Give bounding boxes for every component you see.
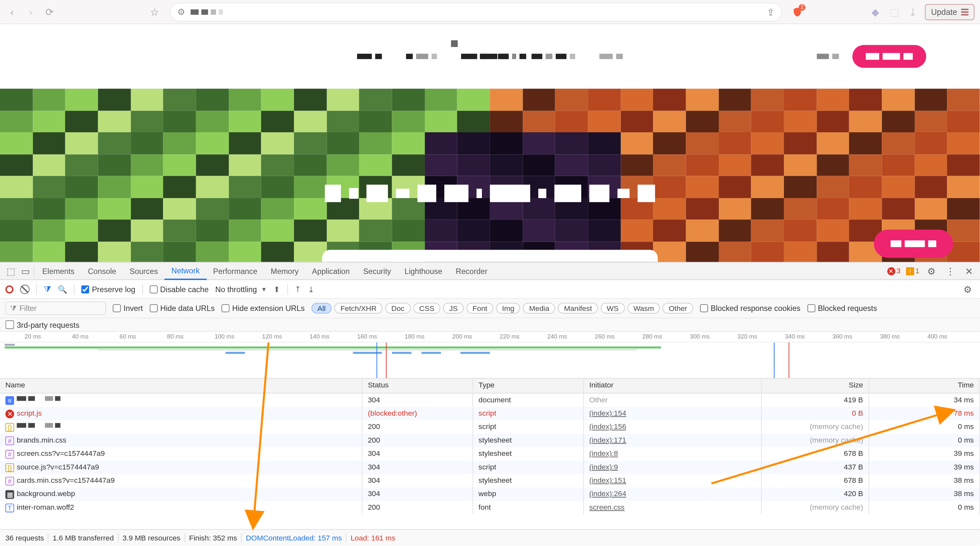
- brave-shield-icon[interactable]: 2: [791, 5, 804, 19]
- address-bar[interactable]: ⚙ ⇪: [170, 3, 781, 21]
- timeline-tick: 140 ms: [310, 333, 329, 340]
- tab-lighthouse[interactable]: Lighthouse: [398, 262, 449, 280]
- close-icon[interactable]: ✕: [963, 264, 976, 277]
- nav-item[interactable]: [599, 54, 622, 59]
- panel-settings-icon[interactable]: ⚙: [961, 282, 975, 296]
- nav-item[interactable]: [357, 54, 382, 59]
- nav-item[interactable]: [406, 54, 437, 59]
- table-row[interactable]: {} 200script(index):156(memory cache)0 m…: [0, 420, 980, 433]
- table-row[interactable]: ▦background.webp304webp(index):264420 B3…: [0, 488, 980, 501]
- filter-chip-js[interactable]: JS: [443, 303, 464, 314]
- timeline-tick: 380 ms: [880, 333, 900, 340]
- tab-elements[interactable]: Elements: [36, 262, 81, 280]
- invert-checkbox[interactable]: Invert: [113, 304, 143, 312]
- preserve-log-checkbox[interactable]: Preserve log: [81, 285, 135, 293]
- filter-chip-ws[interactable]: WS: [600, 303, 625, 314]
- table-header[interactable]: Name Status Type Initiator Size Time: [0, 379, 980, 393]
- timeline-tick: 280 ms: [642, 333, 662, 340]
- timeline-tick: 400 ms: [928, 333, 947, 340]
- filter-chip-doc[interactable]: Doc: [385, 303, 410, 314]
- timeline-tick: 100 ms: [215, 333, 234, 340]
- resource-icon: ≡: [5, 396, 14, 404]
- hide-data-urls-checkbox[interactable]: Hide data URLs: [150, 304, 215, 312]
- share-icon[interactable]: ⇪: [767, 6, 775, 17]
- filter-chip-wasm[interactable]: Wasm: [627, 303, 660, 314]
- tab-network[interactable]: Network: [165, 262, 207, 280]
- bookmark-icon[interactable]: ☆: [148, 5, 161, 19]
- reload-button[interactable]: ⟳: [43, 5, 56, 19]
- table-row[interactable]: ✕script.js(blocked:other)script(index):1…: [0, 407, 980, 420]
- url-text: [191, 9, 223, 14]
- upload-icon[interactable]: ⤒: [294, 284, 301, 294]
- extension-icon-2[interactable]: ⬚: [887, 5, 900, 19]
- warning-count[interactable]: !1: [906, 266, 920, 275]
- network-timeline[interactable]: 20 ms40 ms60 ms80 ms100 ms120 ms140 ms16…: [0, 332, 980, 379]
- filter-icon[interactable]: ⧩: [44, 284, 51, 294]
- download-icon[interactable]: ⤓: [308, 284, 315, 294]
- table-row[interactable]: #screen.css?v=c1574447a9304stylesheet(in…: [0, 447, 980, 460]
- table-row[interactable]: Tinter-roman.woff2200fontscreen.css(memo…: [0, 501, 980, 514]
- page-content: [0, 24, 980, 262]
- back-button[interactable]: ‹: [5, 5, 19, 19]
- network-table: Name Status Type Initiator Size Time ≡ 3…: [0, 379, 980, 529]
- disable-cache-checkbox[interactable]: Disable cache: [150, 285, 209, 293]
- throttling-select[interactable]: No throttling: [215, 285, 257, 293]
- shield-badge: 2: [799, 3, 806, 10]
- chevron-down-icon: ▼: [261, 286, 267, 293]
- tab-performance[interactable]: Performance: [207, 262, 264, 280]
- tab-sources[interactable]: Sources: [123, 262, 165, 280]
- filter-chip-fetchxhr[interactable]: Fetch/XHR: [334, 303, 383, 314]
- download-icon[interactable]: ⤓: [906, 5, 920, 19]
- filter-chip-all[interactable]: All: [312, 303, 332, 314]
- hero-search[interactable]: [322, 250, 658, 262]
- filter-chip-manifest[interactable]: Manifest: [558, 303, 598, 314]
- settings-icon[interactable]: ⚙: [925, 264, 938, 277]
- timeline-tick: 320 ms: [737, 333, 757, 340]
- filter-chip-media[interactable]: Media: [523, 303, 555, 314]
- network-status-bar: 36 requests 1.6 MB transferred 3.9 MB re…: [0, 529, 980, 545]
- filter-chip-font[interactable]: Font: [466, 303, 493, 314]
- resource-icon: {}: [5, 463, 14, 472]
- device-icon[interactable]: ▭: [19, 264, 32, 277]
- hide-ext-urls-checkbox[interactable]: Hide extension URLs: [221, 304, 305, 312]
- filter-chip-other[interactable]: Other: [663, 303, 693, 314]
- tab-memory[interactable]: Memory: [264, 262, 305, 280]
- table-row[interactable]: #brands.min.css200stylesheet(index):171(…: [0, 434, 980, 447]
- third-party-checkbox[interactable]: 3rd-party requests: [5, 320, 80, 329]
- network-filters: ⧩ Filter Invert Hide data URLs Hide exte…: [0, 299, 980, 318]
- status-transferred: 1.6 MB transferred: [53, 533, 114, 541]
- tab-recorder[interactable]: Recorder: [449, 262, 494, 280]
- timeline-tick: 120 ms: [262, 333, 282, 340]
- wifi-icon[interactable]: ⬆: [274, 284, 280, 294]
- devtools-tabs: ⬚ ▭ ElementsConsoleSourcesNetworkPerform…: [0, 263, 980, 280]
- timeline-tick: 300 ms: [690, 333, 710, 340]
- site-settings-icon[interactable]: ⚙: [177, 7, 185, 17]
- tab-console[interactable]: Console: [81, 262, 123, 280]
- table-row[interactable]: ≡ 304documentOther419 B34 ms: [0, 393, 980, 407]
- nav-item[interactable]: [480, 54, 527, 59]
- timeline-tick: 200 ms: [452, 333, 472, 340]
- tab-security[interactable]: Security: [356, 262, 398, 280]
- search-icon[interactable]: 🔍: [58, 284, 67, 294]
- tab-application[interactable]: Application: [305, 262, 356, 280]
- more-icon[interactable]: ⋮: [944, 264, 957, 277]
- forward-button[interactable]: ›: [24, 5, 38, 19]
- nav-item[interactable]: [531, 54, 575, 59]
- blocked-requests-checkbox[interactable]: Blocked requests: [807, 304, 877, 312]
- extension-icon-1[interactable]: ◆: [869, 5, 882, 19]
- filter-chip-css[interactable]: CSS: [413, 303, 441, 314]
- clear-button[interactable]: [20, 284, 30, 294]
- error-count[interactable]: ✕3: [887, 266, 900, 275]
- blocked-cookies-checkbox[interactable]: Blocked response cookies: [700, 304, 800, 312]
- nav-item[interactable]: [817, 54, 839, 59]
- filter-input[interactable]: ⧩ Filter: [5, 301, 106, 315]
- table-row[interactable]: {}source.js?v=c1574447a9304script(index)…: [0, 461, 980, 474]
- record-button[interactable]: [5, 285, 14, 293]
- hero-cta-button[interactable]: [874, 229, 953, 258]
- inspect-icon[interactable]: ⬚: [4, 264, 17, 277]
- table-row[interactable]: #cards.min.css?v=c1574447a9304stylesheet…: [0, 474, 980, 487]
- update-button[interactable]: Update: [925, 3, 975, 20]
- resource-icon: #: [5, 436, 14, 445]
- filter-chip-img[interactable]: Img: [496, 303, 520, 314]
- cta-button[interactable]: [852, 45, 926, 68]
